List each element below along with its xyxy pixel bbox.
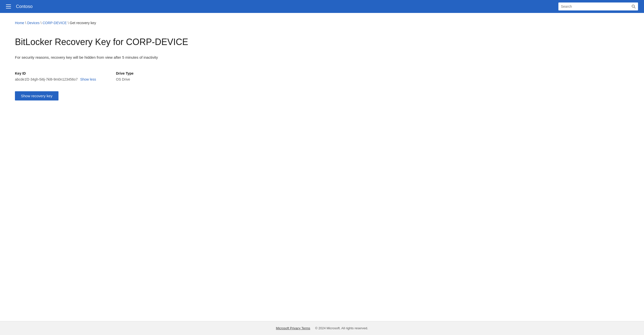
security-notice: For security reasons, recovery key will … [15,55,629,59]
breadcrumb-sep-2: \ [40,21,42,25]
breadcrumb-sep-1: \ [25,21,26,25]
show-less-link[interactable]: Show less [80,77,96,81]
hamburger-menu[interactable] [6,4,11,8]
drive-type-column: Drive Type OS Drive [116,71,134,81]
key-details: Key ID abcde1f2-34gh-5i6j-7kl8-9m0n12345… [15,71,629,81]
footer: Microsoft Privacy Terms © 2024 Microsoft… [0,321,644,335]
brand-name: Contoso [16,4,558,9]
drive-type-value: OS Drive [116,77,134,81]
breadcrumb-device[interactable]: CORP-DEVICE [42,21,67,25]
search-input[interactable] [561,4,632,8]
svg-line-1 [634,7,636,8]
drive-type-label: Drive Type [116,71,134,75]
breadcrumb-home[interactable]: Home [15,21,24,25]
page-title: BitLocker Recovery Key for CORP-DEVICE [15,37,629,47]
breadcrumb: Home \ Devices \ CORP-DEVICE \ Get recov… [15,21,629,25]
privacy-terms-link[interactable]: Microsoft Privacy Terms [276,326,310,330]
search-button[interactable] [632,4,636,8]
breadcrumb-sep-3: \ [68,21,69,25]
app-header: Contoso [0,0,644,13]
key-id-label: Key ID [15,71,96,75]
main-content: Home \ Devices \ CORP-DEVICE \ Get recov… [0,13,644,321]
breadcrumb-devices[interactable]: Devices [27,21,40,25]
show-recovery-key-button[interactable]: Show recovery key [15,91,58,100]
copyright-text: © 2024 Microsoft. All rights reserved. [315,326,368,330]
search-icon [632,4,636,8]
search-box [558,2,638,10]
key-id-value: abcde1f2-34gh-5i6j-7kl8-9m0n123456o7 [15,77,78,81]
key-id-column: Key ID abcde1f2-34gh-5i6j-7kl8-9m0n12345… [15,71,96,81]
key-id-row: abcde1f2-34gh-5i6j-7kl8-9m0n123456o7 Sho… [15,77,96,81]
breadcrumb-current: Get recovery key [70,21,96,25]
